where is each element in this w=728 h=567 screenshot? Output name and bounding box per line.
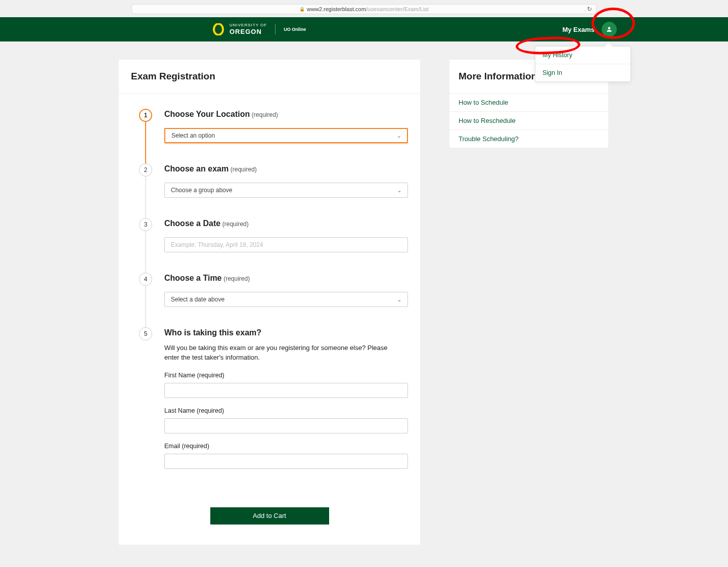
- step-1: 1 Choose Your Location (required) Select…: [139, 109, 408, 163]
- last-name-input[interactable]: [164, 418, 408, 433]
- step-2-title: Choose an exam: [164, 164, 229, 173]
- brand-small-text: UNIVERSITY OF: [230, 23, 267, 28]
- step-3-required: (required): [222, 221, 249, 228]
- brand-logo[interactable]: UNIVERSITY OF OREGON UO Online: [212, 23, 306, 35]
- step-connector: [145, 286, 146, 327]
- step-connector: [145, 231, 146, 273]
- location-select-value: Select an option: [171, 132, 215, 139]
- url-bar[interactable]: 🔒 www2.registerblast.com/uoexamcenter/Ex…: [131, 4, 597, 14]
- step-connector: [145, 122, 146, 163]
- chevron-down-icon: ⌄: [397, 188, 401, 193]
- url-domain: www2.registerblast.com: [307, 6, 366, 12]
- chevron-down-icon: ⌄: [397, 297, 401, 302]
- exam-select-value: Choose a group above: [171, 187, 232, 194]
- email-input[interactable]: [164, 454, 408, 469]
- date-input[interactable]: [164, 237, 408, 252]
- user-avatar-button[interactable]: [602, 22, 617, 37]
- step-2: 2 Choose an exam (required) Choose a gro…: [139, 163, 408, 218]
- reload-icon[interactable]: ↻: [587, 6, 592, 13]
- time-select[interactable]: Select a date above ⌄: [164, 292, 408, 307]
- step-3-title: Choose a Date: [164, 219, 220, 228]
- step-2-required: (required): [231, 166, 257, 173]
- card-title: Exam Registration: [119, 60, 420, 94]
- oregon-o-icon: [212, 23, 224, 35]
- url-path: /uoexamcenter/Exam/List: [366, 6, 429, 12]
- step-5: 5 Who is taking this exam? Will you be t…: [139, 327, 408, 489]
- step-1-required: (required): [252, 111, 278, 118]
- location-select[interactable]: Select an option ⌄: [164, 128, 408, 143]
- brand-separator: [275, 24, 276, 34]
- add-to-cart-button[interactable]: Add to Cart: [210, 507, 329, 525]
- step-3: 3 Choose a Date (required): [139, 218, 408, 273]
- side-link-how-to-schedule[interactable]: How to Schedule: [449, 94, 608, 112]
- first-name-label: First Name (required): [164, 372, 408, 379]
- person-icon: [606, 26, 613, 33]
- step-5-title: Who is taking this exam?: [164, 328, 261, 337]
- lock-icon: 🔒: [299, 7, 305, 12]
- side-link-how-to-reschedule[interactable]: How to Reschedule: [449, 112, 608, 130]
- email-label: Email (required): [164, 443, 408, 450]
- step-1-number: 1: [139, 109, 152, 122]
- dropdown-sign-in[interactable]: Sign In: [535, 64, 630, 81]
- my-exams-link[interactable]: My Exams: [562, 26, 595, 33]
- exam-select[interactable]: Choose a group above ⌄: [164, 183, 408, 198]
- exam-registration-card: Exam Registration 1 Choose Your Location…: [119, 60, 420, 545]
- dropdown-my-history[interactable]: My History: [535, 47, 630, 64]
- step-4-required: (required): [223, 275, 250, 282]
- step-1-title: Choose Your Location: [164, 110, 250, 118]
- step-4-title: Choose a Time: [164, 274, 222, 282]
- step-4: 4 Choose a Time (required) Select a date…: [139, 273, 408, 327]
- chevron-down-icon: ⌄: [397, 133, 401, 139]
- first-name-input[interactable]: [164, 383, 408, 398]
- site-header: UNIVERSITY OF OREGON UO Online My Exams …: [0, 17, 728, 41]
- brand-big-text: OREGON: [230, 28, 267, 35]
- user-dropdown: My History Sign In: [535, 46, 631, 82]
- brand-sub-text: UO Online: [284, 27, 306, 32]
- step-5-number: 5: [139, 327, 152, 340]
- step-5-description: Will you be taking this exam or are you …: [164, 343, 408, 363]
- time-select-value: Select a date above: [171, 296, 224, 303]
- step-4-number: 4: [139, 273, 152, 286]
- step-connector: [145, 177, 146, 218]
- last-name-label: Last Name (required): [164, 407, 408, 414]
- svg-point-0: [214, 24, 223, 35]
- browser-chrome: 🔒 www2.registerblast.com/uoexamcenter/Ex…: [0, 0, 728, 17]
- side-link-trouble-scheduling[interactable]: Trouble Scheduling?: [449, 130, 608, 148]
- step-3-number: 3: [139, 218, 152, 231]
- step-2-number: 2: [139, 163, 152, 177]
